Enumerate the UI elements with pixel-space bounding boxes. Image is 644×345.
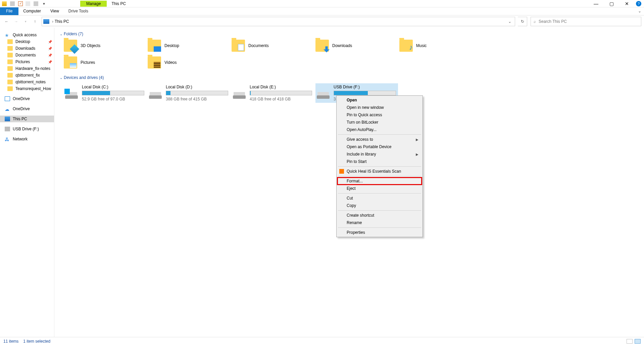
- tab-view[interactable]: View: [46, 7, 64, 15]
- sidebar-this-pc[interactable]: This PC: [0, 116, 54, 122]
- tab-computer[interactable]: Computer: [18, 7, 46, 15]
- drive-icon: [317, 88, 330, 99]
- folder-videos[interactable]: Videos: [148, 56, 232, 69]
- menu-item-quick-heal-is-essentials-scan[interactable]: Quick Heal IS Essentials Scan: [337, 168, 422, 175]
- minimize-button[interactable]: —: [588, 0, 604, 7]
- manage-contextual-tab[interactable]: Manage: [80, 1, 107, 7]
- menu-item-label: Create shortcut: [347, 213, 374, 218]
- menu-item-give-access-to[interactable]: Give access to▶: [337, 136, 422, 143]
- menu-item-create-shortcut[interactable]: Create shortcut: [337, 212, 422, 219]
- sidebar-quick-access[interactable]: ★ Quick access: [0, 32, 54, 38]
- menu-item-label: Cut: [347, 196, 353, 201]
- customize-qat-icon[interactable]: ▾: [42, 1, 46, 6]
- forward-button[interactable]: →: [12, 17, 20, 26]
- folder-desktop[interactable]: Desktop: [148, 40, 232, 52]
- navigation-pane: ★ Quick access Desktop 📌 Downloads 📌 Doc…: [0, 28, 54, 337]
- sidebar-item-pictures[interactable]: Pictures 📌: [0, 58, 54, 65]
- sidebar-item-recent[interactable]: Hardware_fix-notes: [0, 65, 54, 72]
- drive-item[interactable]: Local Disk (C:) 52.9 GB free of 97.0 GB: [64, 83, 146, 103]
- search-box[interactable]: ⌕ Search This PC: [531, 17, 641, 26]
- refresh-button[interactable]: ↻: [518, 17, 527, 26]
- sidebar-onedrive-2[interactable]: ☁ OneDrive: [0, 105, 54, 112]
- new-folder-icon[interactable]: [26, 1, 30, 6]
- menu-item-label: Include in library: [347, 152, 376, 157]
- sidebar-item-desktop[interactable]: Desktop 📌: [0, 38, 54, 45]
- sidebar-usb-drive[interactable]: USB Drive (F:): [0, 126, 54, 132]
- sidebar-network[interactable]: 🖧 Network: [0, 136, 54, 142]
- onedrive-icon: [5, 96, 10, 101]
- breadcrumb-location[interactable]: This PC: [55, 19, 69, 24]
- drive-name: Local Disk (D:): [166, 85, 229, 91]
- recent-locations-icon[interactable]: ▾: [21, 17, 30, 26]
- menu-item-cut[interactable]: Cut: [337, 195, 422, 202]
- group-header-folders[interactable]: ⌄ Folders (7): [58, 30, 640, 38]
- folder-icon: [7, 86, 13, 91]
- menu-item-include-in-library[interactable]: Include in library▶: [337, 150, 422, 158]
- folder-icon: [148, 40, 161, 52]
- sidebar-item-recent[interactable]: Teamsrequest_How: [0, 85, 54, 92]
- pin-icon: 📌: [48, 47, 52, 50]
- menu-item-open[interactable]: Open: [337, 96, 422, 104]
- folder-pictures[interactable]: Pictures: [64, 56, 148, 69]
- drive-item[interactable]: Local Disk (D:) 388 GB free of 415 GB: [148, 83, 230, 103]
- drive-icon: [149, 88, 162, 99]
- menu-item-label: Quick Heal IS Essentials Scan: [347, 169, 401, 174]
- group-header-drives[interactable]: ⌄ Devices and drives (4): [58, 74, 640, 82]
- tiles-view-icon[interactable]: [635, 339, 641, 344]
- menu-item-format[interactable]: Format...: [337, 177, 422, 185]
- folder-label: Desktop: [164, 43, 179, 48]
- menu-item-open-in-new-window[interactable]: Open in new window: [337, 104, 422, 111]
- folder-downloads[interactable]: Downloads: [315, 40, 399, 52]
- sidebar-label: OneDrive: [13, 106, 30, 111]
- menu-item-properties[interactable]: Properties: [337, 229, 422, 236]
- close-button[interactable]: ✕: [619, 0, 635, 7]
- folder-music[interactable]: ♪ Music: [399, 40, 483, 52]
- menu-item-rename[interactable]: Rename: [337, 219, 422, 226]
- menu-separator: [338, 227, 421, 228]
- menu-item-open-as-portable-device[interactable]: Open as Portable Device: [337, 143, 422, 150]
- menu-item-open-autoplay[interactable]: Open AutoPlay...: [337, 126, 422, 133]
- address-dropdown-icon[interactable]: ⌄: [506, 19, 513, 24]
- window-title: This PC: [107, 1, 131, 6]
- drive-item[interactable]: Local Disk (E:) 418 GB free of 418 GB: [232, 83, 314, 103]
- sidebar-onedrive[interactable]: OneDrive: [0, 95, 54, 102]
- folder-icon: [148, 56, 161, 69]
- sidebar-item-downloads[interactable]: Downloads 📌: [0, 45, 54, 52]
- sidebar-item-recent[interactable]: qbittorrent_notes: [0, 79, 54, 85]
- ribbon-expand-icon[interactable]: ⌄: [635, 7, 644, 15]
- menu-item-eject[interactable]: Eject: [337, 185, 422, 192]
- menu-separator: [338, 134, 421, 135]
- menu-item-copy[interactable]: Copy: [337, 202, 422, 209]
- back-button[interactable]: ←: [3, 17, 11, 26]
- folder-label: Downloads: [332, 43, 352, 48]
- up-button[interactable]: ↑: [31, 17, 39, 26]
- folder-label: Music: [416, 43, 427, 48]
- sidebar-label: This PC: [13, 117, 27, 121]
- tab-drive-tools[interactable]: Drive Tools: [64, 7, 93, 15]
- menu-item-pin-to-start[interactable]: Pin to Start: [337, 158, 422, 165]
- tab-file[interactable]: File: [0, 7, 18, 15]
- properties-icon[interactable]: ✓: [18, 1, 23, 6]
- maximize-button[interactable]: ▢: [604, 0, 619, 7]
- sidebar-item-documents[interactable]: Documents 📌: [0, 52, 54, 58]
- doc-icon: [238, 44, 244, 51]
- menu-item-turn-on-bitlocker[interactable]: Turn on BitLocker: [337, 119, 422, 126]
- folder-3d-objects[interactable]: 3D Objects: [64, 40, 148, 52]
- breadcrumb-chevron-icon[interactable]: ›: [51, 19, 55, 24]
- usb-icon: [5, 127, 10, 131]
- details-view-icon[interactable]: [627, 339, 633, 344]
- chevron-down-icon: ⌄: [60, 32, 62, 36]
- help-button[interactable]: ?: [636, 1, 641, 6]
- sidebar-item-recent[interactable]: qbittorrent_fix: [0, 72, 54, 79]
- folder-documents[interactable]: Documents: [232, 40, 315, 52]
- folders-grid: 3D Objects Desktop Documents Downloads♪ …: [58, 38, 640, 74]
- main-area: ★ Quick access Desktop 📌 Downloads 📌 Doc…: [0, 28, 644, 337]
- drive-usage-bar: [82, 91, 144, 95]
- address-bar[interactable]: › This PC ⌄: [42, 17, 515, 26]
- sidebar-label: OneDrive: [13, 96, 30, 101]
- drive-icon: [65, 88, 79, 99]
- menu-item-pin-to-quick-access[interactable]: Pin to Quick access: [337, 111, 422, 119]
- sidebar-label: Network: [13, 137, 28, 141]
- ribbon-tabs: File Computer View Drive Tools ⌄: [0, 7, 644, 15]
- sidebar-item-label: Downloads: [15, 46, 35, 51]
